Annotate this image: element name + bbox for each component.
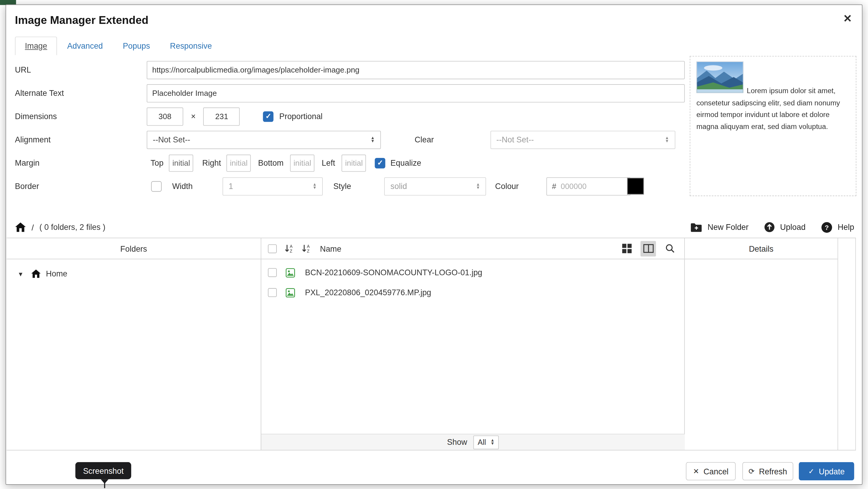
new-folder-icon — [690, 222, 703, 232]
column-view-icon — [643, 244, 654, 254]
upload-label: Upload — [780, 223, 805, 232]
home-icon[interactable] — [15, 222, 26, 232]
border-checkbox[interactable] — [151, 181, 162, 191]
alt-text-row: Alternate Text — [15, 84, 693, 103]
margin-bottom-input[interactable] — [290, 154, 315, 172]
tab-bar: Image Advanced Popups Responsive — [15, 36, 222, 55]
file-name[interactable]: PXL_20220806_020459776.MP.jpg — [305, 288, 431, 297]
clear-select-value: --Not Set-- — [496, 135, 534, 144]
svg-text:Z: Z — [290, 249, 292, 253]
tab-advanced[interactable]: Advanced — [57, 36, 113, 55]
search-button[interactable] — [662, 240, 678, 256]
refresh-icon: ⟳ — [748, 467, 754, 475]
svg-text:Z: Z — [307, 249, 310, 253]
show-label: Show — [447, 438, 467, 447]
close-icon[interactable]: ✕ — [843, 12, 852, 25]
alignment-row: Alignment --Not Set-- Clear --Not Set-- — [15, 130, 693, 149]
margin-left-label: Left — [322, 159, 335, 168]
dimensions-times: × — [191, 112, 196, 121]
show-select-value: All — [477, 438, 486, 446]
column-view-button[interactable] — [641, 240, 656, 256]
margin-top-input[interactable] — [169, 154, 194, 172]
proportional-label: Proportional — [279, 112, 322, 121]
url-row: URL — [15, 60, 693, 79]
image-file-icon — [286, 288, 295, 297]
browser-actions: New Folder Upload ? Help — [690, 221, 854, 233]
view-controls — [619, 240, 678, 256]
alignment-select[interactable]: --Not Set-- — [147, 131, 381, 149]
file-row[interactable]: BCN-20210609-SONOMACOUNTY-LOGO-01.jpg — [261, 263, 684, 283]
folders-panel: Folders ▾ Home — [6, 238, 261, 450]
border-label: Border — [15, 182, 147, 191]
alignment-select-value: --Not Set-- — [153, 135, 190, 144]
colour-swatch[interactable] — [627, 178, 644, 195]
update-label: Update — [819, 467, 845, 476]
proportional-checkbox[interactable] — [263, 111, 274, 121]
file-browser: Folders ▾ Home AZ AZ Name — [6, 238, 856, 451]
margin-right-label: Right — [202, 159, 221, 168]
tooltip-stem — [104, 483, 105, 488]
files-panel: AZ AZ Name — [261, 238, 685, 450]
tab-responsive[interactable]: Responsive — [160, 36, 222, 55]
screenshot-tooltip-label: Screenshot — [83, 466, 123, 475]
equalize-checkbox[interactable] — [375, 157, 385, 168]
height-input[interactable] — [204, 107, 240, 125]
select-all-checkbox[interactable] — [268, 244, 277, 253]
margin-label: Margin — [15, 159, 147, 168]
sort-date-icon[interactable]: AZ — [302, 244, 311, 254]
margin-bottom-label: Bottom — [258, 159, 283, 168]
file-name[interactable]: BCN-20210609-SONOMACOUNTY-LOGO-01.jpg — [305, 268, 482, 277]
hash-prefix: # — [552, 182, 556, 191]
update-icon: ✓ — [808, 467, 814, 475]
margin-row: Margin Top Right Bottom Left Equalize — [15, 153, 693, 172]
cancel-label: Cancel — [704, 467, 729, 476]
margin-left-input[interactable] — [342, 154, 366, 172]
file-checkbox[interactable] — [268, 268, 277, 277]
browser-scrollbar-track[interactable] — [838, 238, 856, 450]
tree-item-home[interactable]: ▾ Home — [6, 264, 261, 284]
upload-icon — [764, 222, 775, 233]
border-colour-input[interactable] — [560, 181, 613, 191]
show-bar: Show All — [261, 434, 685, 450]
new-folder-button[interactable]: New Folder — [690, 222, 748, 232]
file-checkbox[interactable] — [268, 288, 277, 297]
clear-select[interactable]: --Not Set-- — [490, 131, 675, 149]
sort-name-icon[interactable]: AZ — [285, 244, 294, 254]
caret-down-icon[interactable]: ▾ — [19, 269, 31, 278]
show-select[interactable]: All — [473, 435, 499, 449]
cancel-button[interactable]: ✕ Cancel — [686, 462, 736, 480]
upload-button[interactable]: Upload — [764, 222, 806, 233]
grid-view-button[interactable] — [619, 240, 634, 256]
details-header: Details — [685, 238, 838, 259]
update-button[interactable]: ✓ Update — [799, 462, 854, 480]
clear-label[interactable]: Clear — [414, 135, 434, 144]
dialog-title: Image Manager Extended — [15, 14, 149, 27]
tab-image[interactable]: Image — [15, 36, 57, 55]
svg-text:A: A — [307, 244, 310, 249]
border-colour-field: # — [547, 177, 630, 195]
refresh-label: Refresh — [759, 467, 787, 476]
dimensions-label: Dimensions — [15, 112, 147, 121]
page: Image Manager Extended ✕ Image Advanced … — [0, 0, 868, 489]
width-input[interactable] — [147, 107, 183, 125]
tab-popups[interactable]: Popups — [113, 36, 160, 55]
alt-text-input[interactable] — [147, 84, 685, 102]
preview-panel: Lorem ipsum dolor sit amet, consetetur s… — [690, 56, 856, 196]
alignment-label: Alignment — [15, 135, 147, 144]
help-label: Help — [838, 223, 854, 232]
file-row[interactable]: PXL_20220806_020459776.MP.jpg — [261, 282, 684, 303]
new-folder-label: New Folder — [708, 223, 749, 232]
refresh-button[interactable]: ⟳ Refresh — [742, 462, 794, 480]
home-folder-icon — [31, 269, 41, 278]
border-style-select[interactable]: solid — [384, 177, 486, 195]
breadcrumb-bar: / ( 0 folders, 2 files ) New Folder Uplo… — [15, 217, 854, 238]
select-arrows-icon — [490, 439, 495, 445]
screenshot-tooltip: Screenshot — [75, 462, 131, 480]
border-width-select[interactable]: 1 — [222, 177, 323, 195]
tree-item-label: Home — [46, 269, 67, 278]
margin-right-input[interactable] — [227, 154, 251, 172]
help-button[interactable]: ? Help — [821, 221, 854, 233]
margin-top-label: Top — [151, 159, 163, 168]
details-panel: Details — [685, 238, 838, 450]
url-input[interactable] — [147, 61, 685, 79]
